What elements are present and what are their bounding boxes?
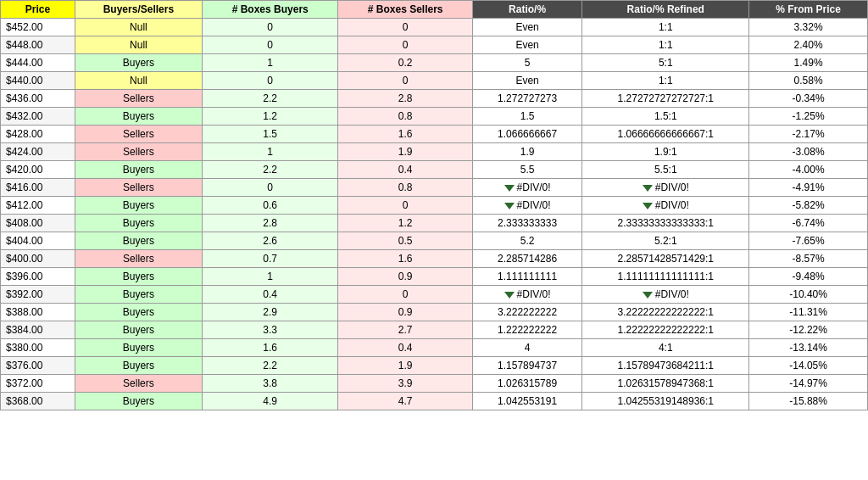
cell-boxes-buyers: 0	[202, 19, 338, 36]
cell-ratio: Even	[472, 72, 581, 90]
cell-from-price: -13.14%	[749, 339, 868, 357]
table-row: $380.00Buyers1.60.444:1-13.14%	[1, 339, 868, 357]
cell-ratio: 1.5	[472, 108, 581, 126]
cell-buyers-sellers: Sellers	[75, 126, 202, 143]
cell-buyers-sellers: Buyers	[75, 286, 202, 304]
cell-ratio-refined: 2.33333333333333:1	[582, 215, 749, 232]
cell-ratio: 1.111111111	[472, 268, 581, 286]
cell-ratio-refined: 1.27272727272727:1	[582, 90, 749, 108]
cell-boxes-buyers: 1	[202, 54, 338, 72]
cell-ratio: 1.272727273	[472, 90, 581, 108]
cell-ratio-refined: 1.11111111111111:1	[582, 268, 749, 286]
price-table: Price Buyers/Sellers # Boxes Buyers # Bo…	[0, 0, 868, 410]
cell-ratio: #DIV/0!	[472, 197, 581, 215]
cell-ratio: 1.222222222	[472, 321, 581, 339]
cell-ratio: 2.333333333	[472, 215, 581, 232]
cell-from-price: -6.74%	[749, 215, 868, 232]
cell-boxes-buyers: 1.2	[202, 108, 338, 126]
cell-boxes-buyers: 0.4	[202, 286, 338, 304]
cell-from-price: -14.97%	[749, 375, 868, 393]
cell-from-price: -4.00%	[749, 161, 868, 179]
cell-boxes-buyers: 2.6	[202, 232, 338, 250]
cell-buyers-sellers: Buyers	[75, 108, 202, 126]
table-row: $404.00Buyers2.60.55.25.2:1-7.65%	[1, 232, 868, 250]
cell-buyers-sellers: Null	[75, 19, 202, 36]
cell-ratio-refined: 1.5:1	[582, 108, 749, 126]
cell-from-price: -3.08%	[749, 143, 868, 161]
cell-boxes-buyers: 0	[202, 72, 338, 90]
cell-ratio-refined: 5.2:1	[582, 232, 749, 250]
cell-ratio: 2.285714286	[472, 250, 581, 268]
cell-ratio: Even	[472, 36, 581, 54]
cell-ratio-refined: 2.28571428571429:1	[582, 250, 749, 268]
table-row: $392.00Buyers0.40#DIV/0!#DIV/0!-10.40%	[1, 286, 868, 304]
cell-from-price: 3.32%	[749, 19, 868, 36]
cell-boxes-sellers: 0.2	[338, 54, 472, 72]
cell-buyers-sellers: Sellers	[75, 143, 202, 161]
cell-boxes-sellers: 0	[338, 19, 472, 36]
cell-from-price: -11.31%	[749, 304, 868, 321]
cell-price: $444.00	[1, 54, 75, 72]
cell-ratio-refined: 1.15789473684211:1	[582, 357, 749, 375]
table-row: $412.00Buyers0.60#DIV/0!#DIV/0!-5.82%	[1, 197, 868, 215]
cell-boxes-sellers: 0.5	[338, 232, 472, 250]
cell-boxes-buyers: 0.6	[202, 197, 338, 215]
cell-price: $408.00	[1, 215, 75, 232]
cell-from-price: 2.40%	[749, 36, 868, 54]
table-row: $424.00Sellers11.91.91.9:1-3.08%	[1, 143, 868, 161]
col-from-price: % From Price	[749, 1, 868, 19]
cell-boxes-buyers: 2.9	[202, 304, 338, 321]
flag-icon	[504, 185, 515, 192]
cell-boxes-sellers: 0	[338, 72, 472, 90]
cell-boxes-sellers: 0	[338, 286, 472, 304]
cell-boxes-sellers: 0	[338, 36, 472, 54]
col-boxes-sellers: # Boxes Sellers	[338, 1, 472, 19]
cell-buyers-sellers: Buyers	[75, 161, 202, 179]
table-row: $388.00Buyers2.90.93.2222222223.22222222…	[1, 304, 868, 321]
cell-ratio: 3.222222222	[472, 304, 581, 321]
cell-from-price: -8.57%	[749, 250, 868, 268]
cell-price: $416.00	[1, 179, 75, 197]
cell-price: $376.00	[1, 357, 75, 375]
cell-boxes-buyers: 0	[202, 179, 338, 197]
cell-ratio: 5.5	[472, 161, 581, 179]
cell-boxes-sellers: 4.7	[338, 393, 472, 410]
table-row: $416.00Sellers00.8#DIV/0!#DIV/0!-4.91%	[1, 179, 868, 197]
cell-price: $420.00	[1, 161, 75, 179]
header-row: Price Buyers/Sellers # Boxes Buyers # Bo…	[1, 1, 868, 19]
cell-boxes-sellers: 0.9	[338, 268, 472, 286]
flag-icon	[504, 292, 515, 299]
col-ratio: Ratio/%	[472, 1, 581, 19]
cell-boxes-buyers: 2.2	[202, 357, 338, 375]
cell-ratio: #DIV/0!	[472, 286, 581, 304]
cell-boxes-buyers: 2.2	[202, 161, 338, 179]
cell-boxes-sellers: 1.6	[338, 126, 472, 143]
cell-buyers-sellers: Sellers	[75, 250, 202, 268]
flag-icon	[643, 185, 653, 192]
cell-ratio-refined: 1.04255319148936:1	[582, 393, 749, 410]
cell-price: $400.00	[1, 250, 75, 268]
cell-buyers-sellers: Sellers	[75, 179, 202, 197]
cell-buyers-sellers: Buyers	[75, 393, 202, 410]
cell-boxes-sellers: 0.4	[338, 339, 472, 357]
col-buyers-sellers: Buyers/Sellers	[75, 1, 202, 19]
cell-from-price: 0.58%	[749, 72, 868, 90]
cell-boxes-buyers: 0.7	[202, 250, 338, 268]
cell-boxes-buyers: 1	[202, 143, 338, 161]
table-row: $444.00Buyers10.255:11.49%	[1, 54, 868, 72]
cell-buyers-sellers: Buyers	[75, 321, 202, 339]
cell-price: $440.00	[1, 72, 75, 90]
cell-ratio-refined: 4:1	[582, 339, 749, 357]
cell-from-price: -10.40%	[749, 286, 868, 304]
cell-boxes-buyers: 2.8	[202, 215, 338, 232]
cell-boxes-sellers: 2.7	[338, 321, 472, 339]
cell-buyers-sellers: Buyers	[75, 232, 202, 250]
cell-boxes-buyers: 1.6	[202, 339, 338, 357]
table-row: $376.00Buyers2.21.91.1578947371.15789473…	[1, 357, 868, 375]
cell-ratio-refined: 5.5:1	[582, 161, 749, 179]
cell-buyers-sellers: Sellers	[75, 90, 202, 108]
cell-buyers-sellers: Null	[75, 36, 202, 54]
cell-boxes-sellers: 0.8	[338, 108, 472, 126]
cell-price: $396.00	[1, 268, 75, 286]
cell-from-price: -9.48%	[749, 268, 868, 286]
